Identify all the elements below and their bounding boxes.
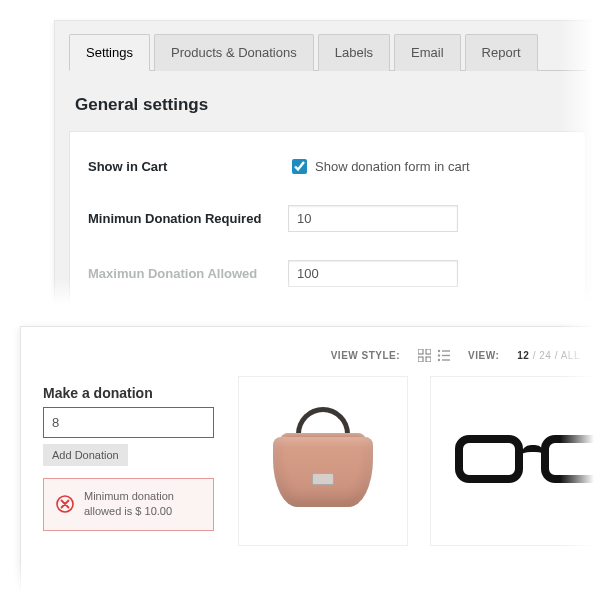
view-style-label: VIEW STYLE:: [331, 350, 400, 361]
tab-report[interactable]: Report: [465, 34, 538, 71]
view-option-24[interactable]: 24: [539, 350, 551, 361]
product-grid: [238, 376, 600, 546]
svg-rect-1: [418, 349, 423, 354]
grid-view-icon[interactable]: [418, 349, 431, 362]
view-option-12[interactable]: 12: [517, 350, 529, 361]
add-donation-button[interactable]: Add Donation: [43, 444, 128, 466]
donation-error-box: Minimum donation allowed is $ 10.00: [43, 478, 214, 531]
svg-rect-6: [442, 350, 450, 351]
svg-point-9: [438, 359, 440, 361]
svg-rect-10: [442, 359, 450, 360]
list-view-icon[interactable]: [437, 349, 450, 362]
tab-products-donations[interactable]: Products & Donations: [154, 34, 314, 71]
product-card-handbag[interactable]: [238, 376, 408, 546]
section-title: General settings: [75, 95, 586, 115]
svg-point-5: [438, 350, 440, 352]
svg-point-7: [438, 354, 440, 356]
donation-title: Make a donation: [43, 385, 214, 401]
handbag-image: [268, 411, 378, 511]
tab-settings[interactable]: Settings: [69, 34, 150, 71]
input-max-donation[interactable]: [288, 260, 458, 287]
svg-rect-2: [426, 349, 431, 354]
label-max-donation: Maximun Donation Allowed: [88, 266, 288, 281]
admin-settings-panel: Settings Products & Donations Labels Ema…: [54, 20, 600, 310]
view-option-all[interactable]: ALL: [561, 350, 580, 361]
view-count-label: VIEW:: [468, 350, 499, 361]
donation-error-text: Minimum donation allowed is $ 10.00: [84, 489, 201, 520]
row-max-donation: Maximun Donation Allowed: [84, 246, 571, 301]
product-card-glasses[interactable]: [430, 376, 600, 546]
checkbox-label: Show donation form in cart: [315, 159, 470, 174]
donation-widget: Make a donation Add Donation Minimum don…: [43, 349, 214, 546]
svg-rect-3: [418, 357, 423, 362]
svg-rect-8: [442, 355, 450, 356]
tab-email[interactable]: Email: [394, 34, 461, 71]
settings-tabs: Settings Products & Donations Labels Ema…: [69, 33, 586, 71]
checkbox-show-donation-form[interactable]: [292, 159, 307, 174]
shop-frontend-panel: Make a donation Add Donation Minimum don…: [20, 326, 600, 601]
row-show-in-cart: Show in Cart Show donation form in cart: [84, 142, 571, 191]
error-x-icon: [56, 495, 74, 513]
row-min-donation: Minimun Donation Required: [84, 191, 571, 246]
tab-labels[interactable]: Labels: [318, 34, 390, 71]
glasses-image: [465, 431, 600, 491]
product-listing: VIEW STYLE: VIEW: 12: [238, 349, 600, 546]
label-show-in-cart: Show in Cart: [88, 159, 288, 174]
general-settings-form: Show in Cart Show donation form in cart …: [69, 131, 586, 310]
input-min-donation[interactable]: [288, 205, 458, 232]
svg-rect-4: [426, 357, 431, 362]
listing-toolbar: VIEW STYLE: VIEW: 12: [238, 349, 600, 376]
label-min-donation: Minimun Donation Required: [88, 211, 288, 226]
donation-amount-input[interactable]: [43, 407, 214, 438]
view-count-options: 12 / 24 / ALL: [517, 350, 580, 361]
